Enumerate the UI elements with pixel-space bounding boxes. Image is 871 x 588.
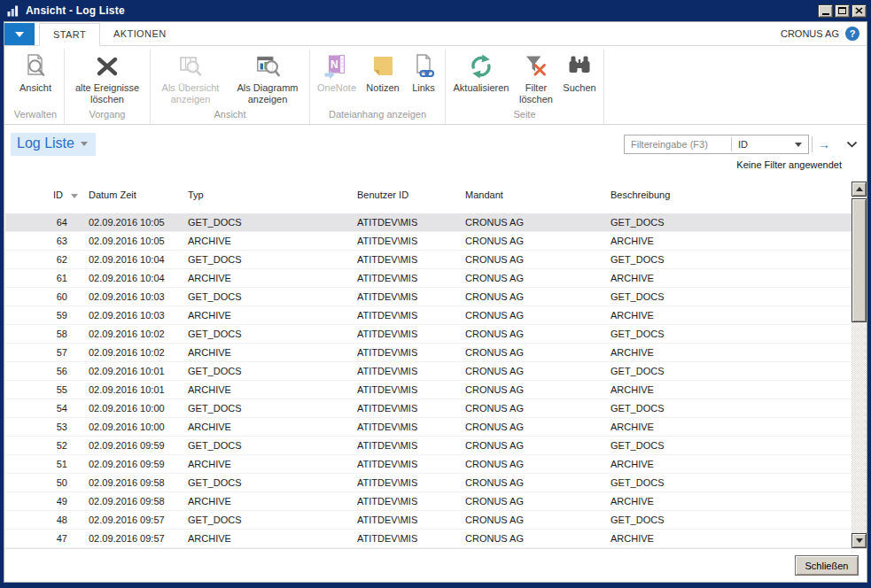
onenote-button: N OneNote <box>313 50 361 96</box>
table-row[interactable]: 61 02.09.2016 10:04 ARCHIVE ATITDEV\MIS … <box>5 269 852 288</box>
filter-loeschen-button[interactable]: Filter löschen <box>515 50 557 107</box>
table-row[interactable]: 57 02.09.2016 10:02 ARCHIVE ATITDEV\MIS … <box>5 344 852 362</box>
filter-input[interactable] <box>625 139 731 150</box>
close-button[interactable] <box>852 4 867 18</box>
cell-benutzer-id: ATITDEV\MIS <box>355 533 463 544</box>
group-label-dateianhang: Dateianhang anzeigen <box>313 107 442 124</box>
suchen-button[interactable]: Suchen <box>558 50 601 96</box>
tab-aktionen[interactable]: AKTIONEN <box>100 22 179 45</box>
ansicht-button[interactable]: Ansicht <box>10 50 61 96</box>
scrollbar-thumb[interactable] <box>852 198 867 322</box>
cell-benutzer-id: ATITDEV\MIS <box>355 459 463 469</box>
alte-ereignisse-loeschen-button[interactable]: alte Ereignisse löschen <box>67 50 147 107</box>
table-row[interactable]: 51 02.09.2016 09:59 ARCHIVE ATITDEV\MIS … <box>5 455 852 474</box>
expand-filter-pane-chevron-icon[interactable] <box>846 139 858 150</box>
cell-typ: GET_DOCS <box>186 217 355 228</box>
chevron-down-icon <box>15 32 24 37</box>
filter-box: ID <box>624 135 809 154</box>
help-icon[interactable]: ? <box>845 27 859 41</box>
cell-typ: GET_DOCS <box>186 366 355 376</box>
cell-datum-zeit: 02.09.2016 10:02 <box>87 347 186 358</box>
onenote-label: OneNote <box>317 82 356 94</box>
table-row[interactable]: 60 02.09.2016 10:03 GET_DOCS ATITDEV\MIS… <box>5 288 852 306</box>
cell-typ: ARCHIVE <box>186 533 355 544</box>
cell-typ: GET_DOCS <box>186 477 355 488</box>
page-header: Log Liste ID → <box>4 125 867 182</box>
table-row[interactable]: 55 02.09.2016 10:01 ARCHIVE ATITDEV\MIS … <box>5 381 852 399</box>
cell-datum-zeit: 02.09.2016 10:04 <box>87 273 186 283</box>
cell-typ: ARCHIVE <box>186 496 355 507</box>
page-title: Log Liste <box>17 135 74 151</box>
cell-typ: ARCHIVE <box>186 384 355 395</box>
vertical-scrollbar[interactable] <box>852 182 867 548</box>
minimize-button[interactable] <box>818 4 833 18</box>
log-table: ID Datum Zeit Typ Benutzer ID Mandant Be… <box>4 182 867 548</box>
onenote-icon: N <box>323 52 351 81</box>
links-label: Links <box>412 82 435 94</box>
column-header-id[interactable]: ID <box>5 190 87 200</box>
cell-benutzer-id: ATITDEV\MIS <box>355 477 463 488</box>
cell-datum-zeit: 02.09.2016 10:03 <box>87 291 186 302</box>
table-row[interactable]: 63 02.09.2016 10:05 ARCHIVE ATITDEV\MIS … <box>5 232 852 251</box>
column-header-datum-zeit[interactable]: Datum Zeit <box>87 190 186 200</box>
filter-field-dropdown[interactable]: ID <box>732 139 808 150</box>
als-diagramm-anzeigen-label: Als Diagramm anzeigen <box>229 82 306 105</box>
cell-datum-zeit: 02.09.2016 09:57 <box>87 514 186 525</box>
scroll-down-button[interactable] <box>852 533 867 548</box>
cell-id: 55 <box>5 384 87 395</box>
cell-benutzer-id: ATITDEV\MIS <box>355 329 463 339</box>
scrollbar-track[interactable] <box>852 197 867 533</box>
table-row[interactable]: 50 02.09.2016 09:58 GET_DOCS ATITDEV\MIS… <box>5 474 852 492</box>
ansicht-label: Ansicht <box>19 82 51 94</box>
delete-x-icon <box>93 52 121 81</box>
table-row[interactable]: 47 02.09.2016 09:57 ARCHIVE ATITDEV\MIS … <box>5 530 852 548</box>
table-row[interactable]: 48 02.09.2016 09:57 GET_DOCS ATITDEV\MIS… <box>5 511 852 530</box>
ribbon-group-vorgang: alte Ereignisse löschen Vorgang <box>65 49 151 124</box>
aktualisieren-button[interactable]: Aktualisieren <box>448 50 514 96</box>
maximize-button[interactable] <box>835 4 850 18</box>
cell-mandant: CRONUS AG <box>463 347 609 358</box>
cell-id: 54 <box>5 403 87 414</box>
cell-typ: ARCHIVE <box>186 273 355 283</box>
cell-id: 47 <box>5 533 87 544</box>
table-row[interactable]: 64 02.09.2016 10:05 GET_DOCS ATITDEV\MIS… <box>5 213 852 232</box>
cell-mandant: CRONUS AG <box>463 440 609 451</box>
scroll-up-button[interactable] <box>852 182 867 197</box>
column-header-beschreibung[interactable]: Beschreibung <box>609 190 852 200</box>
column-header-benutzer-id[interactable]: Benutzer ID <box>355 190 463 200</box>
column-header-mandant[interactable]: Mandant <box>463 190 609 200</box>
column-header-typ[interactable]: Typ <box>186 190 355 200</box>
table-row[interactable]: 59 02.09.2016 10:03 ARCHIVE ATITDEV\MIS … <box>5 306 852 325</box>
table-row[interactable]: 54 02.09.2016 10:00 GET_DOCS ATITDEV\MIS… <box>5 399 852 418</box>
sort-descending-icon <box>71 194 78 198</box>
cell-benutzer-id: ATITDEV\MIS <box>355 496 463 507</box>
cell-beschreibung: GET_DOCS <box>609 366 852 376</box>
cell-mandant: CRONUS AG <box>463 310 609 321</box>
cell-datum-zeit: 02.09.2016 10:05 <box>87 217 186 228</box>
links-button[interactable]: Links <box>405 50 442 96</box>
notizen-button[interactable]: Notizen <box>362 50 404 96</box>
application-menu-button[interactable] <box>4 23 35 45</box>
cell-beschreibung: GET_DOCS <box>609 403 852 414</box>
suchen-label: Suchen <box>563 82 595 94</box>
table-row[interactable]: 56 02.09.2016 10:01 GET_DOCS ATITDEV\MIS… <box>5 362 852 381</box>
table-row[interactable]: 52 02.09.2016 09:59 GET_DOCS ATITDEV\MIS… <box>5 437 852 455</box>
cell-id: 64 <box>5 217 87 228</box>
cell-typ: ARCHIVE <box>186 422 355 432</box>
cell-id: 51 <box>5 459 87 469</box>
cell-datum-zeit: 02.09.2016 09:57 <box>87 533 186 544</box>
page-title-menu[interactable]: Log Liste <box>11 133 96 156</box>
tab-start[interactable]: START <box>39 23 100 46</box>
schliessen-button[interactable]: Schließen <box>795 555 859 576</box>
apply-filter-arrow-icon[interactable]: → <box>816 137 832 151</box>
table-row[interactable]: 49 02.09.2016 09:58 ARCHIVE ATITDEV\MIS … <box>5 492 852 511</box>
dialog-footer: Schließen <box>4 548 867 582</box>
als-diagramm-anzeigen-button[interactable]: Als Diagramm anzeigen <box>229 50 307 107</box>
cell-mandant: CRONUS AG <box>463 273 609 283</box>
cell-beschreibung: GET_DOCS <box>609 440 852 451</box>
group-label-seite: Seite <box>448 107 601 124</box>
table-row[interactable]: 53 02.09.2016 10:00 ARCHIVE ATITDEV\MIS … <box>5 418 852 437</box>
table-row[interactable]: 62 02.09.2016 10:04 GET_DOCS ATITDEV\MIS… <box>5 251 852 269</box>
group-label-vorgang: Vorgang <box>67 107 147 124</box>
table-row[interactable]: 58 02.09.2016 10:02 GET_DOCS ATITDEV\MIS… <box>5 325 852 344</box>
